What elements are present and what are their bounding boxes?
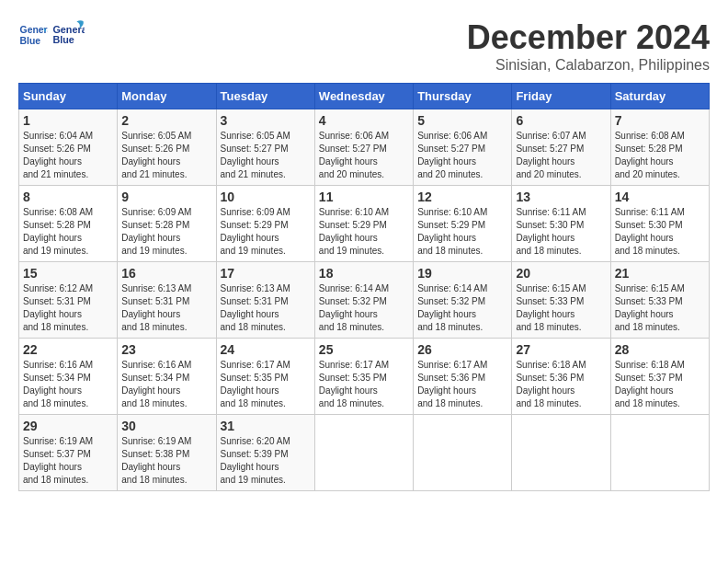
- day-number: 3: [221, 113, 311, 128]
- table-row: 21Sunrise: 6:15 AMSunset: 5:33 PMDayligh…: [610, 262, 709, 339]
- header-day-wednesday: Wednesday: [314, 84, 413, 109]
- day-info: Sunrise: 6:11 AMSunset: 5:30 PMDaylight …: [615, 206, 705, 258]
- logo-bird-icon: General Blue: [51, 18, 85, 52]
- table-row: 6Sunrise: 6:07 AMSunset: 5:27 PMDaylight…: [512, 109, 610, 186]
- calendar-header-row: SundayMondayTuesdayWednesdayThursdayFrid…: [19, 84, 710, 109]
- header-day-monday: Monday: [118, 84, 216, 109]
- table-row: 19Sunrise: 6:14 AMSunset: 5:32 PMDayligh…: [414, 262, 512, 339]
- day-info: Sunrise: 6:10 AMSunset: 5:29 PMDaylight …: [319, 206, 409, 258]
- day-number: 7: [615, 113, 705, 128]
- table-row: [512, 415, 610, 491]
- header-day-friday: Friday: [512, 84, 610, 109]
- table-row: 14Sunrise: 6:11 AMSunset: 5:30 PMDayligh…: [610, 186, 709, 262]
- day-number: 10: [221, 190, 311, 204]
- day-info: Sunrise: 6:18 AMSunset: 5:36 PMDaylight …: [516, 359, 606, 410]
- day-info: Sunrise: 6:15 AMSunset: 5:33 PMDaylight …: [615, 282, 705, 334]
- header-day-thursday: Thursday: [414, 84, 512, 109]
- table-row: 9Sunrise: 6:09 AMSunset: 5:28 PMDaylight…: [118, 186, 216, 262]
- table-row: 22Sunrise: 6:16 AMSunset: 5:34 PMDayligh…: [19, 339, 118, 415]
- day-number: 2: [121, 113, 211, 128]
- day-number: 23: [121, 342, 211, 357]
- table-row: 31Sunrise: 6:20 AMSunset: 5:39 PMDayligh…: [216, 415, 314, 491]
- table-row: [610, 415, 709, 491]
- day-info: Sunrise: 6:16 AMSunset: 5:34 PMDaylight …: [121, 359, 211, 410]
- table-row: 29Sunrise: 6:19 AMSunset: 5:37 PMDayligh…: [19, 415, 118, 491]
- calendar-body: 1Sunrise: 6:04 AMSunset: 5:26 PMDaylight…: [19, 109, 710, 491]
- day-number: 20: [516, 266, 606, 281]
- day-number: 16: [121, 266, 211, 281]
- table-row: 17Sunrise: 6:13 AMSunset: 5:31 PMDayligh…: [216, 262, 314, 339]
- svg-text:General: General: [52, 24, 85, 35]
- table-row: 3Sunrise: 6:05 AMSunset: 5:27 PMDaylight…: [216, 109, 314, 186]
- day-number: 24: [221, 342, 311, 357]
- table-row: 26Sunrise: 6:17 AMSunset: 5:36 PMDayligh…: [414, 339, 512, 415]
- day-info: Sunrise: 6:17 AMSunset: 5:36 PMDaylight …: [417, 359, 507, 410]
- location: Sinisian, Calabarzon, Philippines: [467, 57, 710, 74]
- day-info: Sunrise: 6:08 AMSunset: 5:28 PMDaylight …: [23, 206, 113, 258]
- day-info: Sunrise: 6:15 AMSunset: 5:33 PMDaylight …: [516, 282, 606, 334]
- table-row: 10Sunrise: 6:09 AMSunset: 5:29 PMDayligh…: [216, 186, 314, 262]
- table-row: 24Sunrise: 6:17 AMSunset: 5:35 PMDayligh…: [216, 339, 314, 415]
- table-row: 20Sunrise: 6:15 AMSunset: 5:33 PMDayligh…: [512, 262, 610, 339]
- day-number: 22: [23, 342, 113, 357]
- day-number: 13: [516, 190, 606, 204]
- day-number: 14: [615, 190, 705, 204]
- day-number: 26: [417, 342, 507, 357]
- title-area: December 2024 Sinisian, Calabarzon, Phil…: [467, 18, 710, 74]
- calendar-week-row: 1Sunrise: 6:04 AMSunset: 5:26 PMDaylight…: [19, 109, 710, 186]
- page-header: General Blue General Blue December 2024 …: [18, 18, 710, 74]
- day-number: 28: [615, 342, 705, 357]
- table-row: 30Sunrise: 6:19 AMSunset: 5:38 PMDayligh…: [118, 415, 216, 491]
- day-info: Sunrise: 6:11 AMSunset: 5:30 PMDaylight …: [516, 206, 606, 258]
- calendar-week-row: 8Sunrise: 6:08 AMSunset: 5:28 PMDaylight…: [19, 186, 710, 262]
- day-info: Sunrise: 6:14 AMSunset: 5:32 PMDaylight …: [319, 282, 409, 334]
- day-info: Sunrise: 6:06 AMSunset: 5:27 PMDaylight …: [319, 130, 409, 181]
- day-number: 25: [319, 342, 409, 357]
- calendar-table: SundayMondayTuesdayWednesdayThursdayFrid…: [18, 83, 710, 491]
- logo: General Blue General Blue: [18, 18, 85, 52]
- day-number: 8: [23, 190, 113, 204]
- day-info: Sunrise: 6:14 AMSunset: 5:32 PMDaylight …: [417, 282, 507, 334]
- day-info: Sunrise: 6:18 AMSunset: 5:37 PMDaylight …: [615, 359, 705, 410]
- day-number: 27: [516, 342, 606, 357]
- table-row: 13Sunrise: 6:11 AMSunset: 5:30 PMDayligh…: [512, 186, 610, 262]
- table-row: 7Sunrise: 6:08 AMSunset: 5:28 PMDaylight…: [610, 109, 709, 186]
- logo-icon: General Blue: [18, 20, 48, 50]
- day-number: 1: [23, 113, 113, 128]
- header-day-tuesday: Tuesday: [216, 84, 314, 109]
- day-number: 18: [319, 266, 409, 281]
- table-row: 23Sunrise: 6:16 AMSunset: 5:34 PMDayligh…: [118, 339, 216, 415]
- table-row: [314, 415, 413, 491]
- table-row: 1Sunrise: 6:04 AMSunset: 5:26 PMDaylight…: [19, 109, 118, 186]
- table-row: [414, 415, 512, 491]
- table-row: 25Sunrise: 6:17 AMSunset: 5:35 PMDayligh…: [314, 339, 413, 415]
- table-row: 28Sunrise: 6:18 AMSunset: 5:37 PMDayligh…: [610, 339, 709, 415]
- day-info: Sunrise: 6:16 AMSunset: 5:34 PMDaylight …: [23, 359, 113, 410]
- day-number: 17: [221, 266, 311, 281]
- table-row: 8Sunrise: 6:08 AMSunset: 5:28 PMDaylight…: [19, 186, 118, 262]
- day-number: 19: [417, 266, 507, 281]
- calendar-week-row: 29Sunrise: 6:19 AMSunset: 5:37 PMDayligh…: [19, 415, 710, 491]
- header-day-sunday: Sunday: [19, 84, 118, 109]
- table-row: 11Sunrise: 6:10 AMSunset: 5:29 PMDayligh…: [314, 186, 413, 262]
- table-row: 15Sunrise: 6:12 AMSunset: 5:31 PMDayligh…: [19, 262, 118, 339]
- table-row: 4Sunrise: 6:06 AMSunset: 5:27 PMDaylight…: [314, 109, 413, 186]
- day-info: Sunrise: 6:04 AMSunset: 5:26 PMDaylight …: [23, 130, 113, 181]
- table-row: 16Sunrise: 6:13 AMSunset: 5:31 PMDayligh…: [118, 262, 216, 339]
- day-number: 4: [319, 113, 409, 128]
- month-title: December 2024: [467, 18, 710, 57]
- svg-text:General: General: [20, 25, 48, 35]
- day-info: Sunrise: 6:07 AMSunset: 5:27 PMDaylight …: [516, 130, 606, 181]
- day-info: Sunrise: 6:12 AMSunset: 5:31 PMDaylight …: [23, 282, 113, 334]
- calendar-week-row: 15Sunrise: 6:12 AMSunset: 5:31 PMDayligh…: [19, 262, 710, 339]
- day-info: Sunrise: 6:10 AMSunset: 5:29 PMDaylight …: [417, 206, 507, 258]
- day-info: Sunrise: 6:08 AMSunset: 5:28 PMDaylight …: [615, 130, 705, 181]
- day-number: 11: [319, 190, 409, 204]
- table-row: 27Sunrise: 6:18 AMSunset: 5:36 PMDayligh…: [512, 339, 610, 415]
- day-number: 21: [615, 266, 705, 281]
- day-info: Sunrise: 6:06 AMSunset: 5:27 PMDaylight …: [417, 130, 507, 181]
- day-info: Sunrise: 6:09 AMSunset: 5:29 PMDaylight …: [221, 206, 311, 258]
- header-day-saturday: Saturday: [610, 84, 709, 109]
- table-row: 12Sunrise: 6:10 AMSunset: 5:29 PMDayligh…: [414, 186, 512, 262]
- table-row: 18Sunrise: 6:14 AMSunset: 5:32 PMDayligh…: [314, 262, 413, 339]
